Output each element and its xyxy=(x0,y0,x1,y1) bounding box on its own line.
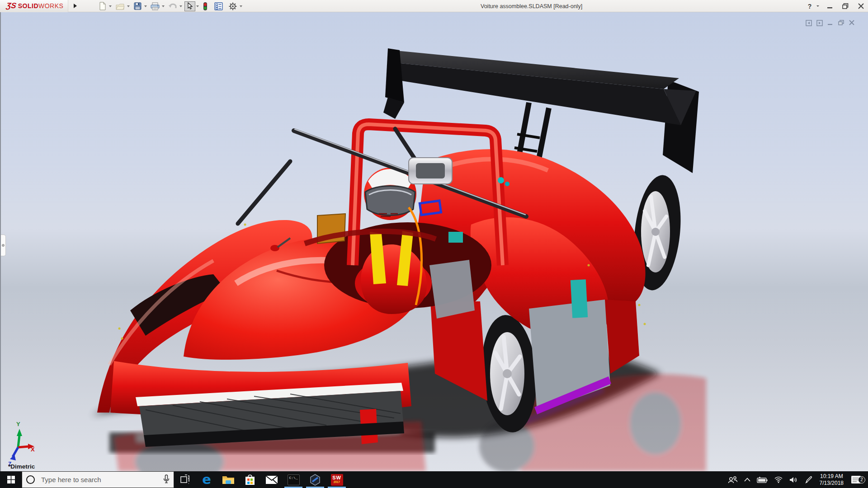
clock-date: 7/13/2018 xyxy=(820,480,844,487)
gray-engine-panel xyxy=(429,260,475,319)
rear-lower-red[interactable] xyxy=(605,300,639,374)
save-button[interactable] xyxy=(132,1,143,12)
brand-name-bold: SOLID xyxy=(18,2,38,9)
hidden-icons-chevron[interactable] xyxy=(741,471,754,488)
teal-panel[interactable] xyxy=(571,279,588,318)
open-document-dropdown[interactable] xyxy=(127,5,130,7)
select-cursor-dropdown[interactable] xyxy=(196,5,199,7)
restore-button[interactable] xyxy=(841,1,850,11)
teal-seat xyxy=(448,232,463,243)
close-doc-button[interactable] xyxy=(849,19,855,26)
minimize-button[interactable] xyxy=(826,1,835,11)
dassault-ds-icon: ƷS xyxy=(6,1,17,10)
system-tray: 10:19 AM 7/13/2018 2 xyxy=(725,471,868,488)
window-controls: ? xyxy=(805,0,865,12)
document-window-controls xyxy=(805,19,855,26)
wifi-icon[interactable] xyxy=(771,471,786,488)
cad-hexagon-button[interactable] xyxy=(304,471,326,488)
brand-name-light: WORKS xyxy=(38,2,63,9)
rebuild-traffic-light-button[interactable] xyxy=(201,1,209,12)
volume-icon[interactable] xyxy=(786,471,802,488)
people-icon[interactable] xyxy=(725,471,741,488)
svg-text:Y: Y xyxy=(16,421,20,427)
help-dropdown[interactable] xyxy=(816,5,819,7)
rearview-mirror[interactable] xyxy=(409,158,452,184)
display-pane-button[interactable] xyxy=(213,1,224,12)
standard-toolbar xyxy=(97,0,245,12)
options-gear-button[interactable] xyxy=(227,1,239,12)
pane-right-icon[interactable] xyxy=(816,19,823,26)
command-prompt-button[interactable]: C:\_ xyxy=(283,471,304,488)
taskbar: e C:\_ SW2017 10:19 xyxy=(0,471,868,488)
search-input[interactable] xyxy=(40,475,160,484)
windows-ink-pen-icon[interactable] xyxy=(802,471,816,488)
orientation-triad: Y X Z xyxy=(8,421,35,467)
new-document-button[interactable] xyxy=(97,1,108,12)
3d-model-scene[interactable]: Y X Z xyxy=(1,12,868,471)
start-button[interactable] xyxy=(0,471,22,488)
close-button[interactable] xyxy=(856,1,865,11)
help-button[interactable]: ? xyxy=(805,1,814,11)
open-document-button[interactable] xyxy=(114,1,126,12)
toolbar-flyout-arrow-icon[interactable] xyxy=(71,1,79,10)
notification-badge: 2 xyxy=(858,476,865,483)
svg-text:X: X xyxy=(31,446,35,453)
mail-button[interactable] xyxy=(261,471,283,488)
graphics-viewport[interactable]: Y X Z *Dimetric xyxy=(0,12,868,471)
battery-icon[interactable] xyxy=(754,471,771,488)
save-dropdown[interactable] xyxy=(144,5,147,7)
edge-button[interactable]: e xyxy=(196,471,217,488)
clock-time: 10:19 AM xyxy=(820,473,843,480)
microphone-icon[interactable] xyxy=(163,474,170,485)
taskbar-search[interactable] xyxy=(22,471,174,488)
taskbar-clock[interactable]: 10:19 AM 7/13/2018 xyxy=(816,473,847,487)
store-button[interactable] xyxy=(239,471,261,488)
titlebar: ƷS SOLIDWORKS xyxy=(0,0,868,12)
select-cursor-button[interactable] xyxy=(184,1,195,11)
front-fascia[interactable] xyxy=(110,361,411,447)
task-view-button[interactable] xyxy=(174,471,196,488)
action-center-button[interactable]: 2 xyxy=(847,475,868,485)
window-title: Voiture assomblee.SLDASM [Read-only] xyxy=(481,0,582,12)
print-dropdown[interactable] xyxy=(162,5,165,7)
undo-button[interactable] xyxy=(167,1,179,12)
options-dropdown[interactable] xyxy=(240,5,242,7)
undo-dropdown[interactable] xyxy=(179,5,182,7)
cortana-icon[interactable] xyxy=(26,475,35,484)
print-button[interactable] xyxy=(149,1,161,12)
minimize-doc-button[interactable] xyxy=(827,19,834,26)
solidworks-button[interactable]: SW2017 xyxy=(326,471,348,488)
feature-tree-collapsed-tab[interactable] xyxy=(1,235,6,256)
pane-left-icon[interactable] xyxy=(805,19,812,26)
new-document-dropdown[interactable] xyxy=(109,5,112,7)
solidworks-logo: ƷS SOLIDWORKS xyxy=(0,0,68,12)
file-explorer-button[interactable] xyxy=(217,471,239,488)
view-orientation-label: *Dimetric xyxy=(8,463,35,470)
restore-doc-button[interactable] xyxy=(838,19,844,26)
